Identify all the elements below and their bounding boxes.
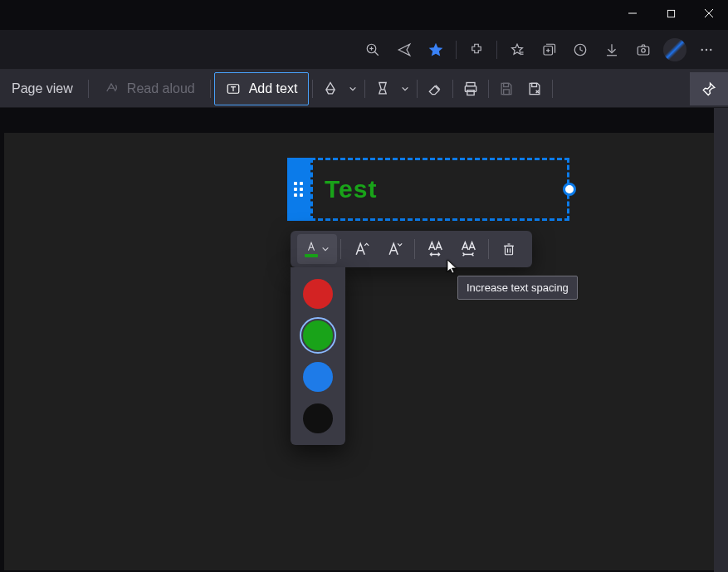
highlight-chevron[interactable] — [397, 85, 413, 93]
scrollbar-track[interactable] — [714, 108, 728, 572]
separator — [312, 80, 313, 98]
separator — [364, 80, 365, 98]
separator — [417, 80, 418, 98]
read-aloud-button[interactable]: Read aloud — [92, 72, 207, 105]
drag-handle[interactable] — [287, 158, 310, 221]
color-swatch-green[interactable] — [303, 320, 333, 350]
text-field[interactable]: Test — [310, 158, 569, 221]
add-text-button[interactable]: Add text — [214, 72, 310, 105]
send-icon[interactable] — [389, 35, 419, 65]
page-view-button[interactable]: Page view — [0, 72, 85, 105]
separator — [488, 80, 489, 98]
svg-point-18 — [701, 48, 703, 50]
svg-rect-29 — [504, 89, 510, 94]
separator — [552, 80, 553, 98]
text-format-toolbar — [291, 231, 532, 267]
tooltip: Increase text spacing — [457, 276, 578, 300]
collections-icon[interactable] — [534, 35, 564, 65]
add-text-label: Add text — [249, 81, 298, 96]
svg-rect-27 — [467, 90, 474, 95]
svg-rect-16 — [638, 46, 649, 55]
minimize-button[interactable] — [613, 0, 652, 27]
current-color-indicator — [305, 254, 318, 257]
decrease-font-size-button[interactable] — [378, 234, 411, 264]
save-button[interactable] — [492, 72, 520, 105]
draw-button[interactable] — [316, 72, 344, 105]
highlight-button[interactable] — [369, 72, 397, 105]
read-aloud-label: Read aloud — [127, 81, 195, 96]
separator — [488, 239, 489, 259]
color-swatch-blue[interactable] — [303, 362, 333, 392]
text-annotation-box[interactable]: Test — [287, 158, 569, 221]
separator — [452, 80, 453, 98]
svg-rect-1 — [667, 10, 674, 17]
separator — [456, 41, 457, 59]
history-icon[interactable] — [565, 35, 595, 65]
favorite-star-icon[interactable] — [421, 35, 451, 65]
save-as-button[interactable] — [520, 72, 549, 105]
favorites-icon[interactable] — [502, 35, 532, 65]
downloads-icon[interactable] — [597, 35, 627, 65]
browser-toolbar — [0, 30, 728, 70]
page-view-label: Page view — [12, 81, 73, 96]
color-swatch-black[interactable] — [303, 403, 333, 433]
erase-button[interactable] — [421, 72, 449, 105]
text-value: Test — [325, 175, 377, 203]
color-picker-popup — [291, 267, 345, 445]
separator — [210, 80, 211, 98]
separator — [414, 239, 415, 259]
color-swatch-red[interactable] — [303, 279, 333, 309]
tooltip-text: Increase text spacing — [467, 281, 569, 294]
close-button[interactable] — [690, 0, 728, 27]
delete-text-button[interactable] — [492, 234, 525, 264]
separator — [88, 80, 89, 98]
mouse-cursor — [447, 259, 458, 274]
svg-rect-28 — [504, 83, 509, 86]
profile-avatar[interactable] — [660, 35, 690, 65]
separator — [340, 239, 341, 259]
svg-point-19 — [706, 48, 707, 50]
screenshot-icon[interactable] — [628, 35, 658, 65]
svg-point-17 — [642, 48, 646, 52]
svg-rect-30 — [532, 83, 537, 86]
chevron-down-icon — [321, 245, 330, 253]
titlebar — [0, 0, 728, 30]
more-icon[interactable] — [691, 35, 721, 65]
extensions-icon[interactable] — [462, 35, 491, 65]
draw-chevron[interactable] — [344, 85, 361, 93]
svg-point-20 — [710, 48, 711, 50]
resize-handle[interactable] — [563, 183, 576, 196]
increase-font-size-button[interactable] — [344, 234, 378, 264]
svg-rect-33 — [506, 246, 513, 255]
text-color-button[interactable] — [297, 234, 337, 264]
pin-toolbar-button[interactable] — [690, 72, 728, 105]
maximize-button[interactable] — [652, 0, 690, 27]
zoom-icon[interactable] — [358, 35, 388, 65]
print-button[interactable] — [457, 72, 485, 105]
separator — [496, 41, 497, 59]
svg-line-5 — [374, 51, 379, 56]
pdf-toolbar: Page view Read aloud Add text — [0, 70, 728, 108]
